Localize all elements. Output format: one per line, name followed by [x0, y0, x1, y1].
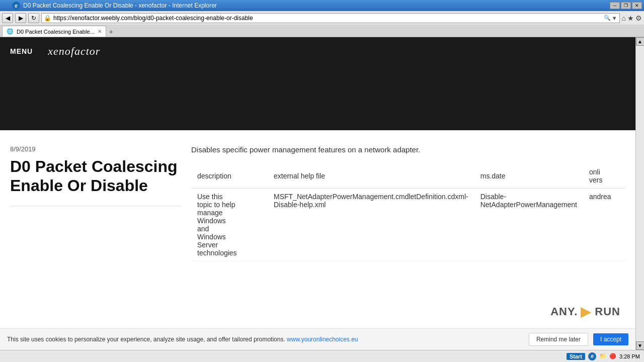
- back-button[interactable]: ◀: [2, 13, 13, 23]
- status-bar: Start e 📁 🔴 3:28 PM: [0, 350, 644, 362]
- remind-me-later-button[interactable]: Remind me later: [529, 333, 588, 346]
- window-title-text: e D0 Packet Coalescing Enable Or Disable…: [2, 2, 217, 10]
- cookie-bar: This site uses cookies to personalize yo…: [0, 328, 635, 350]
- tab-bar: 🌐 D0 Packet Coalescing Enable... ✕ +: [0, 25, 644, 37]
- settings-button[interactable]: ⚙: [635, 14, 642, 22]
- home-button[interactable]: ⌂: [622, 14, 626, 22]
- anyrun-text: ANY.: [550, 305, 578, 318]
- desc-line1: Use this: [197, 193, 262, 201]
- tab-favicon: 🌐: [7, 28, 14, 35]
- toolbar-icons: ⌂ ★ ⚙: [622, 14, 642, 22]
- article-date: 8/9/2019: [10, 145, 181, 153]
- accept-cookies-button[interactable]: I accept: [593, 333, 628, 345]
- article-sidebar: 8/9/2019 D0 Packet Coalescing Enable Or …: [10, 145, 191, 331]
- site-logo: xenofactor: [48, 45, 100, 58]
- desc-line4: Windows: [197, 217, 262, 225]
- minimize-button[interactable]: ─: [610, 2, 620, 9]
- desc-line2: topic to help: [197, 201, 262, 209]
- cookie-text: This site uses cookies to personalize yo…: [7, 336, 524, 343]
- restore-button[interactable]: ❐: [621, 2, 631, 9]
- cookie-link[interactable]: www.youronlinechoices.eu: [287, 336, 358, 343]
- col-header-helpfile: external help file: [268, 164, 474, 189]
- browser-toolbar: ◀ ▶ ↻ 🔒 🔍 ▼ ⌂ ★ ⚙: [0, 11, 644, 25]
- folder-icon[interactable]: 📁: [599, 353, 606, 359]
- address-lock-icon: 🔒: [44, 15, 51, 22]
- clock: 3:28 PM: [619, 353, 640, 359]
- desc-line5: and: [197, 225, 262, 233]
- dropdown-icon[interactable]: ▼: [612, 15, 617, 21]
- col-header-online: onlivers: [583, 164, 625, 189]
- favorites-button[interactable]: ★: [627, 14, 634, 22]
- col-header-description: description: [191, 164, 268, 189]
- sidebar-divider: [10, 206, 181, 206]
- window-title-bar: e D0 Packet Coalescing Enable Or Disable…: [0, 0, 644, 11]
- active-tab[interactable]: 🌐 D0 Packet Coalescing Enable... ✕: [2, 26, 106, 37]
- start-button[interactable]: Start: [567, 353, 585, 360]
- tab-label: D0 Packet Coalescing Enable...: [17, 29, 95, 35]
- desc-line7: Server: [197, 241, 262, 249]
- forward-button[interactable]: ▶: [15, 13, 26, 23]
- table-row: Use this topic to help manage Windows an…: [191, 189, 625, 261]
- col-header-msdate: ms.date: [474, 164, 583, 189]
- window-controls: ─ ❐ ✕: [610, 2, 642, 9]
- cell-helpfile: MSFT_NetAdapterPowerManagement.cmdletDef…: [268, 189, 474, 261]
- new-tab-button[interactable]: +: [106, 27, 116, 37]
- status-icons: Start e 📁 🔴 3:28 PM: [567, 352, 640, 360]
- main-content: 8/9/2019 D0 Packet Coalescing Enable Or …: [0, 130, 635, 331]
- scroll-up-button[interactable]: ▲: [636, 37, 645, 46]
- article-summary: Disables specific power management featu…: [191, 145, 625, 154]
- address-bar-container: 🔒 🔍 ▼: [41, 13, 620, 23]
- cookie-message: This site uses cookies to personalize yo…: [7, 336, 285, 343]
- search-icon[interactable]: 🔍: [604, 15, 611, 21]
- address-bar-icons: 🔍 ▼: [604, 15, 617, 21]
- site-nav: MENU xenofactor: [0, 37, 635, 65]
- desc-line6: Windows: [197, 233, 262, 241]
- cell-description: Use this topic to help manage Windows an…: [191, 189, 268, 261]
- data-table: description external help file ms.date o…: [191, 164, 625, 261]
- article-title: D0 Packet Coalescing Enable Or Disable: [10, 157, 181, 196]
- ie-taskbar-icon[interactable]: e: [588, 352, 596, 360]
- close-button[interactable]: ✕: [632, 2, 642, 9]
- anyrun-logo: ANY. ▶ RUN: [550, 303, 620, 320]
- shield-icon: 🔴: [609, 353, 616, 359]
- anyrun-run-text: RUN: [595, 305, 620, 318]
- window-title-label: D0 Packet Coalescing Enable Or Disable -…: [23, 2, 217, 9]
- scroll-down-button[interactable]: ▼: [636, 341, 645, 350]
- site-wrapper: MENU xenofactor 8/9/2019 D0 Packet Coale…: [0, 37, 635, 350]
- desc-line8: technologies: [197, 249, 262, 257]
- cell-online: andrea: [583, 189, 625, 261]
- menu-button[interactable]: MENU: [10, 47, 33, 55]
- cell-msdate: Disable-NetAdapterPowerManagement: [474, 189, 583, 261]
- article-body: Disables specific power management featu…: [191, 145, 625, 331]
- scrollbar-track: ▲ ▼: [635, 37, 644, 350]
- anyrun-play-icon: ▶: [581, 303, 592, 320]
- hero-banner: [0, 65, 635, 130]
- ie-icon: e: [12, 2, 20, 10]
- refresh-button[interactable]: ↻: [28, 13, 39, 23]
- address-input[interactable]: [53, 15, 604, 22]
- tab-close-button[interactable]: ✕: [98, 29, 102, 34]
- desc-line3: manage: [197, 209, 262, 217]
